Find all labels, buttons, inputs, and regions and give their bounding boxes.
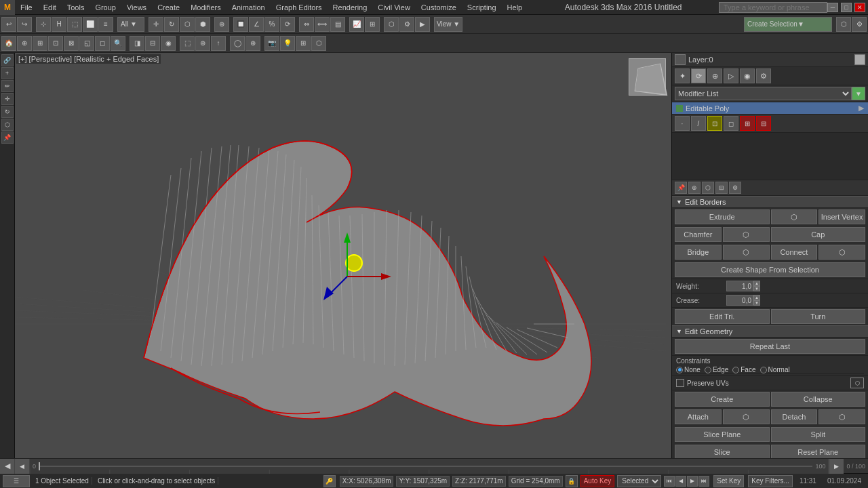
- insert-vertex-button[interactable]: Insert Vertex: [818, 209, 865, 224]
- menu-tools[interactable]: Tools: [62, 2, 90, 13]
- menu-group[interactable]: Group: [90, 2, 121, 13]
- tb3-b6[interactable]: ◻: [95, 36, 110, 51]
- tb3-cam[interactable]: 📷: [264, 36, 279, 51]
- extrude-settings-button[interactable]: ⬡: [771, 209, 818, 224]
- edge-icon[interactable]: /: [691, 116, 706, 131]
- percent-snap-toggle[interactable]: %: [264, 17, 279, 32]
- minimize-button[interactable]: ─: [827, 3, 838, 12]
- auto-key-button[interactable]: Auto Key: [580, 475, 615, 487]
- tb3-b2[interactable]: ⊞: [33, 36, 47, 51]
- split-button[interactable]: Split: [771, 427, 866, 442]
- use-pivot-button[interactable]: ⊕: [214, 17, 229, 32]
- cap-button[interactable]: Cap: [771, 227, 866, 242]
- tb3-mat[interactable]: ◉: [161, 36, 176, 51]
- align-button[interactable]: ⟺: [315, 17, 330, 32]
- detach-button[interactable]: Detach: [771, 409, 818, 424]
- tb3-wire[interactable]: ⊟: [145, 36, 160, 51]
- render2-button[interactable]: ⚙: [852, 17, 867, 32]
- tb3-orb[interactable]: ◯: [230, 36, 245, 51]
- editablepoly-item[interactable]: Editable Poly ▶: [672, 102, 868, 115]
- timeline-left-btn[interactable]: ◀: [15, 459, 30, 474]
- vertex-icon[interactable]: ·: [675, 116, 690, 131]
- slice-plane-button[interactable]: Slice Plane: [675, 427, 770, 442]
- preserve-uvs-settings[interactable]: ⬡: [850, 378, 864, 388]
- menu-views[interactable]: Views: [121, 2, 152, 13]
- close-button[interactable]: ✕: [854, 3, 865, 12]
- tab-display-icon[interactable]: ◉: [740, 68, 755, 83]
- move-button[interactable]: ✛: [149, 17, 163, 32]
- material-editor-button[interactable]: ⬡: [384, 17, 399, 32]
- curve-editor-button[interactable]: 📈: [349, 17, 364, 32]
- schematic-view-button[interactable]: ⊞: [365, 17, 380, 32]
- timeline-toggle[interactable]: ◀: [0, 459, 15, 474]
- lt-edit[interactable]: ✏: [1, 80, 14, 92]
- menu-edit[interactable]: Edit: [38, 2, 62, 13]
- tb3-light[interactable]: 💡: [280, 36, 295, 51]
- select-name-button[interactable]: H: [52, 17, 66, 32]
- weight-input[interactable]: 1,0: [726, 281, 753, 291]
- menu-modifiers[interactable]: Modifiers: [185, 2, 226, 13]
- play-next-icon[interactable]: ⏭: [698, 476, 709, 487]
- filter-button[interactable]: ≡: [98, 17, 113, 32]
- scene-button[interactable]: ⬡: [836, 17, 851, 32]
- undo-button[interactable]: ↩: [1, 17, 16, 32]
- lt-scale[interactable]: ⬡: [1, 119, 14, 131]
- element-icon[interactable]: ⊞: [740, 116, 755, 131]
- selection-mode-dropdown[interactable]: Create Selection▼: [744, 17, 832, 32]
- tb3-shading[interactable]: ◨: [130, 36, 144, 51]
- window-select-button[interactable]: ⬜: [83, 17, 98, 32]
- tb3-grid2[interactable]: ⊞: [296, 36, 311, 51]
- tb3-spacetd[interactable]: ⬡: [311, 36, 326, 51]
- selected-dropdown[interactable]: Selected: [617, 475, 661, 487]
- tab-modify-icon[interactable]: ⟳: [691, 68, 706, 83]
- tb3-b1[interactable]: ⊕: [17, 36, 32, 51]
- play-button[interactable]: ▶: [687, 476, 698, 487]
- tb3-normal[interactable]: ↑: [211, 36, 226, 51]
- rect-select-button[interactable]: ⬚: [67, 17, 82, 32]
- render-button[interactable]: ▶: [415, 17, 430, 32]
- viewport[interactable]: [+] [Perspective] [Realistic + Edged Fac…: [15, 53, 671, 458]
- tb3-poly[interactable]: ⊕: [195, 36, 210, 51]
- timeline-track[interactable]: 0 100: [30, 459, 829, 474]
- configure-icon[interactable]: ⚙: [729, 182, 741, 194]
- weight-spin-up[interactable]: ▲: [753, 281, 760, 286]
- menu-create[interactable]: Create: [152, 2, 185, 13]
- lt-move[interactable]: ✛: [1, 93, 14, 105]
- tb3-home[interactable]: 🏠: [1, 36, 16, 51]
- edit-geometry-header[interactable]: ▼ Edit Geometry: [672, 325, 868, 338]
- show-end-result-icon[interactable]: ⊕: [688, 182, 701, 194]
- play-prev-icon[interactable]: ⏮: [664, 476, 675, 487]
- tab-hierarchy-icon[interactable]: ⊕: [707, 68, 722, 83]
- menu-civil-view[interactable]: Civil View: [372, 2, 415, 13]
- lt-snap[interactable]: 📌: [1, 131, 14, 144]
- render-setup-button[interactable]: ⚙: [399, 17, 414, 32]
- create-button[interactable]: Create: [675, 392, 770, 407]
- scale-button[interactable]: ⬡: [180, 17, 195, 32]
- lt-link[interactable]: 🔗: [1, 54, 14, 66]
- menu-customize[interactable]: Customize: [416, 2, 462, 13]
- timeline-right-btn[interactable]: ▶: [829, 459, 844, 474]
- layer-button[interactable]: ▤: [330, 17, 345, 32]
- crease-input[interactable]: 0,0: [726, 295, 753, 306]
- tb3-b5[interactable]: ◱: [79, 36, 94, 51]
- polygon-icon[interactable]: ◻: [724, 116, 738, 131]
- tab-create-icon[interactable]: ✦: [675, 68, 690, 83]
- tab-utils-icon[interactable]: ⚙: [756, 68, 771, 83]
- extrude-button[interactable]: Extrude: [675, 209, 770, 224]
- timeline-bar[interactable]: [39, 466, 812, 467]
- modifier-add-button[interactable]: ▼: [852, 87, 865, 100]
- element2-icon[interactable]: ⊟: [756, 116, 771, 131]
- menu-scripting[interactable]: Scripting: [462, 2, 502, 13]
- collapse-button[interactable]: Collapse: [771, 392, 866, 407]
- menu-graph-editors[interactable]: Graph Editors: [271, 2, 328, 13]
- menu-help[interactable]: Help: [502, 2, 528, 13]
- edge-radio[interactable]: Edge: [705, 366, 728, 373]
- tab-motion-icon[interactable]: ▷: [724, 68, 738, 83]
- bridge-settings-button[interactable]: ⬡: [723, 245, 770, 260]
- none-radio[interactable]: None: [676, 366, 701, 373]
- face-radio[interactable]: Face: [732, 366, 755, 373]
- connect-button[interactable]: Connect: [771, 245, 818, 260]
- preserve-uvs-checkbox[interactable]: [676, 379, 684, 387]
- tb3-edged[interactable]: ⬚: [180, 36, 195, 51]
- add-time-key-icon[interactable]: 🔑: [323, 475, 336, 487]
